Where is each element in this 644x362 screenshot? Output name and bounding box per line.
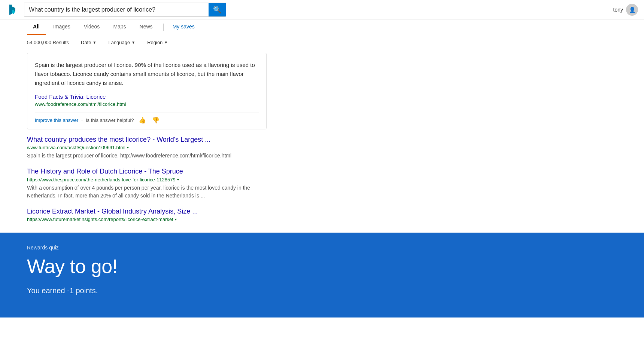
tab-maps[interactable]: Maps (107, 19, 132, 35)
result-url-1: www.funtrivia.com/askft/Question109691.h… (27, 145, 267, 150)
result-url-text-3: https://www.futuremarketinsights.com/rep… (27, 217, 173, 222)
search-button[interactable]: 🔍 (209, 3, 226, 17)
language-chevron-icon: ▼ (131, 40, 135, 45)
region-filter[interactable]: Region ▼ (144, 38, 171, 47)
nav-separator (163, 24, 164, 31)
language-filter[interactable]: Language ▼ (105, 38, 138, 47)
result-dropdown-icon-1[interactable]: ▾ (127, 145, 129, 150)
rewards-headline: Way to go! (27, 255, 617, 277)
thumbs-down-button[interactable]: 👎 (151, 117, 161, 124)
search-icon: 🔍 (213, 6, 221, 14)
result-url-2: https://www.thespruce.com/the-netherland… (27, 177, 267, 182)
answer-source-url: www.foodreference.com/html/flicorice.htm… (35, 101, 126, 107)
tab-images[interactable]: Images (47, 19, 76, 35)
header: 🔍 tony 👤 (0, 0, 644, 19)
result-dropdown-icon-3[interactable]: ▾ (175, 217, 177, 221)
search-result-2: The History and Role of Dutch Licorice -… (27, 167, 267, 199)
tab-videos[interactable]: Videos (78, 19, 106, 35)
region-chevron-icon: ▼ (164, 40, 168, 45)
thumbs-up-button[interactable]: 👍 (137, 117, 148, 124)
left-column: Spain is the largest producer of licoric… (27, 50, 267, 230)
result-title-3[interactable]: Licorice Extract Market - Global Industr… (27, 207, 267, 216)
tab-mysaves[interactable]: My saves (167, 19, 201, 35)
answer-text: Spain is the largest producer of licoric… (35, 61, 259, 88)
answer-box: Spain is the largest producer of licoric… (27, 53, 267, 129)
result-url-3: https://www.futuremarketinsights.com/rep… (27, 217, 267, 222)
avatar: 👤 (626, 4, 638, 16)
tab-all[interactable]: All (27, 19, 46, 35)
search-bar: 🔍 (24, 3, 226, 17)
date-chevron-icon: ▼ (93, 40, 97, 45)
search-result-3: Licorice Extract Market - Global Industr… (27, 207, 267, 222)
date-filter[interactable]: Date ▼ (78, 38, 99, 47)
search-input[interactable] (24, 3, 209, 16)
rewards-label: Rewards quiz (27, 245, 617, 251)
language-filter-label: Language (108, 40, 130, 45)
improve-answer-link[interactable]: Improve this answer (35, 117, 78, 123)
main-content: Spain is the largest producer of licoric… (0, 50, 644, 230)
result-count: 54,000,000 Results (27, 40, 69, 45)
rewards-banner: Rewards quiz Way to go! You earned -1 po… (0, 233, 644, 317)
result-snippet-1: Spain is the largest producer of licoric… (27, 152, 267, 160)
result-snippet-2: With a consumption of over 4 pounds per … (27, 184, 267, 200)
result-title-1[interactable]: What country produces the most licorice?… (27, 135, 267, 144)
result-url-text-2: https://www.thespruce.com/the-netherland… (27, 177, 176, 182)
rewards-subtext: You earned -1 points. (27, 286, 617, 295)
answer-source-title[interactable]: Food Facts & Trivia: Licorice (35, 93, 259, 100)
user-name: tony (613, 7, 623, 13)
bing-logo (6, 3, 19, 16)
helpful-label: Is this answer helpful? (86, 117, 134, 123)
filter-bar: 54,000,000 Results Date ▼ Language ▼ Reg… (0, 35, 644, 50)
search-result-1: What country produces the most licorice?… (27, 135, 267, 160)
tab-news[interactable]: News (134, 19, 159, 35)
header-right: tony 👤 (613, 4, 638, 16)
date-filter-label: Date (81, 40, 91, 45)
feedback-separator: · (81, 117, 83, 123)
avatar-icon: 👤 (629, 7, 635, 13)
thumbs-up-icon: 👍 (139, 117, 146, 123)
result-dropdown-icon-2[interactable]: ▾ (177, 178, 179, 182)
region-filter-label: Region (147, 40, 162, 45)
answer-feedback: Improve this answer · Is this answer hel… (35, 113, 259, 124)
result-url-text-1: www.funtrivia.com/askft/Question109691.h… (27, 145, 125, 150)
nav-tabs: All Images Videos Maps News My saves (0, 19, 644, 35)
result-title-2[interactable]: The History and Role of Dutch Licorice -… (27, 167, 267, 176)
thumbs-down-icon: 👎 (152, 117, 160, 123)
